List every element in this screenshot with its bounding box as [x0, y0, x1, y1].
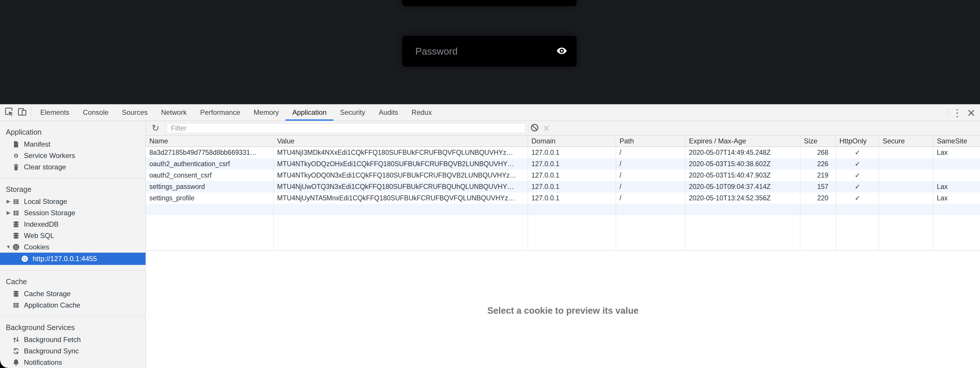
sidebar-item-background-sync[interactable]: Background Sync	[0, 345, 146, 357]
sidebar-item-label: Notifications	[24, 358, 62, 366]
sidebar-item-cache-storage[interactable]: Cache Storage	[0, 288, 146, 299]
sidebar-item-session-storage[interactable]: ▶Session Storage	[0, 207, 146, 218]
sidebar-item-indexeddb[interactable]: IndexedDB	[0, 218, 146, 230]
sidebar-item-clear-storage[interactable]: Clear storage	[0, 161, 146, 173]
sidebar-item-service-workers[interactable]: Service Workers	[0, 150, 146, 161]
sidebar-item-label: Cache Storage	[24, 290, 71, 298]
sidebar-item-manifest[interactable]: Manifest	[0, 138, 146, 150]
sidebar-item-application-cache[interactable]: Application Cache	[0, 299, 146, 311]
sidebar-item-local-storage[interactable]: ▶Local Storage	[0, 196, 146, 207]
text-field-partially-visible[interactable]	[402, 0, 577, 6]
inspect-cursor-icon	[5, 107, 14, 118]
application-sidebar: ApplicationManifestService WorkersClear …	[0, 121, 146, 368]
table-icon	[12, 301, 22, 309]
tab-memory[interactable]: Memory	[247, 104, 286, 121]
password-field-container	[402, 36, 577, 67]
device-toolbar-button[interactable]	[16, 106, 29, 119]
column-header-path[interactable]: Path	[616, 136, 686, 147]
chevron-down-icon[interactable]: ▼	[5, 244, 12, 250]
webpage-background	[0, 0, 980, 104]
tab-bar-right-controls: ⋮ ×	[946, 104, 980, 121]
inspect-element-button[interactable]	[3, 106, 16, 119]
sidebar-item-label: IndexedDB	[24, 220, 59, 229]
chevron-right-icon[interactable]: ▶	[5, 198, 12, 205]
tab-application[interactable]: Application	[286, 104, 333, 121]
trash-icon	[12, 163, 22, 171]
close-devtools-icon[interactable]: ×	[964, 106, 979, 120]
chevron-right-icon[interactable]: ▶	[5, 210, 12, 216]
cookie-row-settings-password[interactable]: settings_passwordMTU4NjUwOTQ3N3xEdi1CQkF…	[146, 181, 980, 192]
column-header-name[interactable]: Name	[146, 136, 274, 147]
cookie-cell-expires: 2020-05-03T15:40:47.903Z	[686, 170, 800, 181]
sidebar-item-http-127-0-0-1-4455[interactable]: http://127.0.0.1:4455	[0, 253, 146, 265]
column-header-samesite[interactable]: SameSite	[933, 136, 980, 147]
cookie-row-8a3d27185b49d7758d8bb669331[interactable]: 8a3d27185b49d7758d8bb669331…MTU4NjI3MDk4…	[146, 147, 980, 158]
sidebar-item-cookies[interactable]: ▼Cookies	[0, 241, 146, 253]
clear-all-cookies-button[interactable]	[529, 122, 541, 134]
devtools-tab-bar: ElementsConsoleSourcesNetworkPerformance…	[0, 104, 980, 121]
cookie-cell-http-only: ✓	[836, 170, 879, 181]
device-toolbar-icon	[18, 107, 27, 118]
column-resize-handle[interactable]	[528, 136, 528, 250]
sidebar-item-background-fetch[interactable]: Background Fetch	[0, 334, 146, 345]
sidebar-section-title-storage: Storage	[0, 183, 146, 196]
column-resize-handle[interactable]	[273, 136, 274, 250]
toggle-password-visibility-button[interactable]	[554, 44, 570, 59]
cookie-cell-path: /	[616, 181, 686, 192]
tab-console[interactable]: Console	[76, 104, 115, 121]
sidebar-item-notifications[interactable]: Notifications	[0, 357, 146, 368]
refresh-button[interactable]: ↻	[150, 122, 161, 134]
cookie-cell-size: 226	[800, 158, 836, 170]
sidebar-section-title-background-services: Background Services	[0, 321, 146, 334]
tab-performance[interactable]: Performance	[193, 104, 247, 121]
column-resize-handle[interactable]	[685, 136, 686, 250]
password-input[interactable]	[415, 46, 554, 57]
cookie-cell-domain: 127.0.0.1	[528, 147, 616, 158]
sidebar-item-web-sql[interactable]: Web SQL	[0, 230, 146, 241]
toolbar-divider	[31, 107, 31, 117]
cookie-cell-path: /	[616, 147, 686, 158]
column-resize-handle[interactable]	[879, 136, 879, 250]
column-header-expires-max-age[interactable]: Expires / Max-Age	[686, 136, 800, 147]
column-header-size[interactable]: Size	[800, 136, 836, 147]
database-icon	[12, 232, 22, 240]
column-header-value[interactable]: Value	[274, 136, 528, 147]
cookie-row-oauth2-consent-csrf[interactable]: oauth2_consent_csrfMTU4NTkyODQ0N3xEdi1CQ…	[146, 170, 980, 181]
cookie-cell-size: 268	[800, 147, 836, 158]
tab-elements[interactable]: Elements	[33, 104, 76, 121]
cookie-row-oauth2-authentication-csrf[interactable]: oauth2_authentication_csrfMTU4NTkyODQzOH…	[146, 158, 980, 170]
delete-selected-cookie-button[interactable]: ×	[541, 122, 552, 134]
cookie-filter-input[interactable]	[167, 123, 526, 133]
cookie-table: NameValueDomainPathExpires / Max-AgeSize…	[146, 136, 980, 250]
column-resize-handle[interactable]	[616, 136, 616, 250]
tab-redux[interactable]: Redux	[405, 104, 438, 121]
sidebar-section-divider	[0, 270, 146, 270]
fetch-icon	[12, 336, 22, 344]
column-header-domain[interactable]: Domain	[528, 136, 616, 147]
cookie-cell-name: settings_profile	[146, 192, 274, 204]
column-resize-handle[interactable]	[835, 136, 836, 250]
sidebar-item-label: Cookies	[24, 243, 49, 251]
column-header-httponly[interactable]: HttpOnly	[836, 136, 879, 147]
column-resize-handle[interactable]	[800, 136, 800, 250]
cookie-cell-size: 220	[800, 192, 836, 204]
more-options-kebab-icon[interactable]: ⋮	[951, 107, 964, 118]
cookie-cell-domain: 127.0.0.1	[528, 158, 616, 170]
cookie-cell-same-site	[933, 170, 980, 181]
tab-audits[interactable]: Audits	[372, 104, 405, 121]
tab-security[interactable]: Security	[333, 104, 372, 121]
cookie-row-settings-profile[interactable]: settings_profileMTU4NjUyNTA5MnxEdi1CQkFF…	[146, 192, 980, 204]
sidebar-item-label: Application Cache	[24, 301, 80, 309]
cookie-preview-pane: Select a cookie to preview its value	[146, 250, 980, 368]
cookie-cell-domain: 127.0.0.1	[528, 181, 616, 192]
cookie-cell-domain: 127.0.0.1	[528, 170, 616, 181]
column-header-secure[interactable]: Secure	[879, 136, 933, 147]
cookie-cell-value: MTU4NTkyODQzOHxEdi1CQkFFQ180SUFBUkFCRUFB…	[274, 158, 528, 170]
cookie-cell-domain: 127.0.0.1	[528, 192, 616, 204]
tab-network[interactable]: Network	[154, 104, 193, 121]
cookie-cell-path: /	[616, 158, 686, 170]
sidebar-item-label: Manifest	[24, 140, 51, 148]
cookie-cell-expires: 2020-05-03T15:40:38.602Z	[686, 158, 800, 170]
tab-sources[interactable]: Sources	[115, 104, 154, 121]
sidebar-item-label: Background Sync	[24, 347, 79, 355]
